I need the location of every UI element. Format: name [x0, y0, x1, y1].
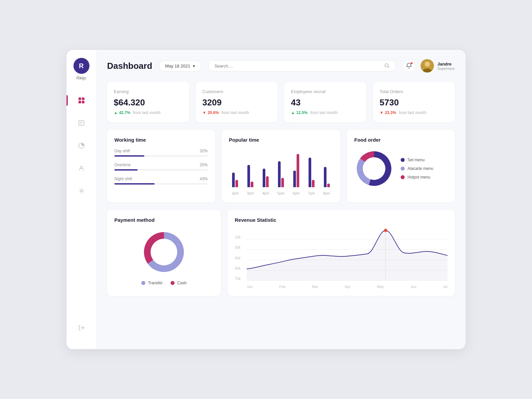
payment-donut-container: TransferCash: [114, 229, 213, 285]
user-role: Supervisor: [437, 66, 455, 70]
food-order-title: Food order: [354, 137, 448, 143]
stat-label: Customers: [202, 89, 271, 94]
payment-dot: [171, 281, 175, 285]
stat-change: ▼ 20.6% from last month: [202, 110, 271, 115]
bar-col-6: [324, 167, 330, 187]
sidebar-item-dashboard[interactable]: [75, 94, 88, 107]
stat-label: Employees recruit: [291, 89, 360, 94]
stat-change: ▲ 12.5% from last month: [291, 110, 360, 115]
payment-legend: TransferCash: [141, 281, 187, 285]
payment-method-title: Payment method: [114, 217, 213, 223]
stat-label: Earning: [114, 89, 183, 94]
wt-pct-day: 32%: [200, 149, 207, 153]
bar-blue-2: [263, 169, 265, 187]
bar-blue-1: [247, 165, 250, 187]
arrow-up-icon: ▲: [291, 110, 295, 115]
bar-pink-4: [297, 154, 299, 187]
svg-rect-1: [82, 97, 84, 100]
stat-from: from last month: [399, 110, 426, 115]
stat-from: from last month: [221, 110, 249, 115]
svg-point-11: [385, 64, 388, 67]
sidebar: R Rikijo: [66, 50, 96, 349]
bar-pink-0: [235, 180, 238, 187]
bar-blue-4: [293, 171, 296, 187]
user-name: Jandre: [437, 62, 455, 66]
wt-day-shift: Day shift 32%: [114, 149, 208, 157]
legend-label: Hotpot menu: [407, 175, 430, 180]
stat-value: 5730: [380, 97, 449, 108]
revenue-line-svg: $64.320: [247, 229, 448, 281]
working-time-title: Working time: [114, 137, 208, 143]
sidebar-item-analytics[interactable]: [75, 139, 88, 152]
stat-change: ▲ 42.7% from last month: [114, 110, 183, 115]
payment-legend-label: Cash: [177, 281, 187, 285]
sidebar-nav: [75, 90, 88, 321]
page-title: Dashboard: [107, 61, 152, 71]
popular-time-card: Popular time: [222, 130, 340, 202]
payment-legend-item-transfer: Transfer: [141, 281, 163, 285]
bar-blue-0: [232, 173, 235, 187]
wt-pct-ot: 25%: [200, 163, 207, 167]
date-label: May 18 2021: [165, 64, 190, 68]
legend-label: Set menu: [407, 158, 424, 162]
stat-value: 43: [291, 97, 360, 108]
arrow-down-icon: ▼: [380, 110, 384, 115]
sidebar-item-orders[interactable]: [75, 116, 88, 130]
food-order-donut: Set menuAlacarte menuHotpot menu: [354, 149, 448, 189]
payment-dot: [141, 281, 145, 285]
notification-button[interactable]: [403, 60, 415, 72]
bar-chart-labels: 2pm3pm4pm5pm6pm7pm8pm: [229, 191, 333, 195]
food-order-card: Food order Set menuAlacarte menuHotpot m…: [347, 130, 455, 202]
svg-point-22: [384, 229, 387, 232]
legend-dot: [401, 175, 405, 179]
payment-method-card: Payment method TransferCash: [107, 210, 221, 296]
sidebar-item-settings[interactable]: [75, 184, 88, 198]
wt-night-shift: Night shift 43%: [114, 177, 208, 185]
legend-dot: [401, 158, 405, 162]
revenue-card: Revenue Statistic 75k 60k 45k 30k 15k: [227, 210, 455, 296]
bar-label-2: 4pm: [259, 191, 272, 195]
bar-col-5: [309, 158, 315, 187]
arrow-down-icon: ▼: [202, 110, 206, 115]
stat-card-employees-recruit: Employees recruit 43 ▲ 12.5% from last m…: [284, 82, 366, 122]
bar-pink-1: [251, 182, 253, 187]
search-input[interactable]: [214, 64, 381, 68]
bar-label-4: 6pm: [290, 191, 303, 195]
svg-rect-0: [78, 97, 81, 100]
payment-legend-item-cash: Cash: [171, 281, 187, 285]
wt-pct-night: 43%: [200, 177, 207, 181]
wt-label-night: Night shift: [114, 177, 132, 181]
stat-card-customers: Customers 3209 ▼ 20.6% from last month: [196, 82, 278, 122]
bar-col-4: [293, 154, 299, 187]
popular-time-chart: [229, 149, 333, 189]
bar-group-0: [229, 173, 242, 187]
food-order-legend: Set menuAlacarte menuHotpot menu: [401, 158, 433, 180]
bottom-row: Payment method TransferCash Revenue Stat…: [107, 210, 455, 296]
revenue-title: Revenue Statistic: [235, 217, 448, 223]
popular-time-title: Popular time: [229, 137, 333, 143]
bar-label-1: 3pm: [244, 191, 257, 195]
middle-row: Working time Day shift 32% Overtime 25%: [107, 130, 455, 202]
search-icon: [384, 63, 390, 68]
sidebar-item-users[interactable]: [75, 162, 88, 175]
user-details: Jandre Supervisor: [437, 62, 455, 70]
date-picker[interactable]: May 18 2021 ▾: [159, 61, 201, 71]
bar-blue-6: [324, 167, 327, 187]
app-container: R Rikijo: [66, 50, 466, 349]
legend-item-alacarte-menu: Alacarte menu: [401, 166, 433, 171]
bar-pink-5: [312, 180, 315, 187]
svg-line-12: [388, 67, 389, 68]
bar-label-6: 8pm: [321, 191, 333, 195]
svg-rect-4: [79, 121, 84, 125]
working-time-card: Working time Day shift 32% Overtime 25%: [107, 130, 215, 202]
sidebar-bottom: [75, 321, 88, 341]
user-info[interactable]: Jandre Supervisor: [421, 59, 455, 72]
app-logo[interactable]: R: [73, 58, 89, 74]
bar-group-4: [290, 154, 303, 187]
svg-rect-2: [78, 101, 81, 103]
legend-dot: [401, 167, 405, 171]
stat-from: from last month: [310, 110, 338, 115]
stat-value: $64.320: [114, 97, 183, 108]
sidebar-item-logout[interactable]: [75, 321, 88, 334]
bar-blue-3: [278, 161, 281, 187]
